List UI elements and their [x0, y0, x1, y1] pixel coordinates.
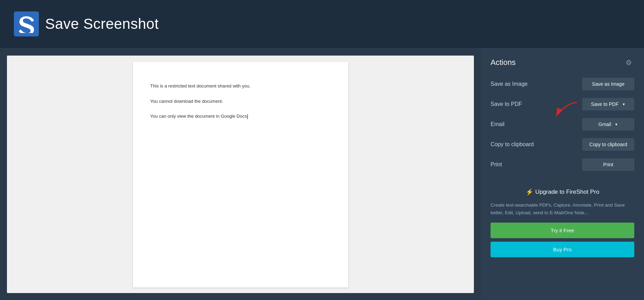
pdf-dropdown-arrow: ▼ — [622, 102, 626, 106]
actions-title: Actions — [491, 58, 516, 67]
print-label: Print — [491, 161, 502, 168]
save-as-image-row: Save as Image Save as Image — [491, 78, 634, 90]
save-to-pdf-label: Save to PDF — [491, 101, 522, 107]
doc-line-3: You can only view the document in Google… — [150, 113, 331, 120]
print-button[interactable]: Print — [582, 158, 634, 171]
main-content: This is a restricted text document share… — [0, 49, 644, 300]
upgrade-description: Create text-searchable PDFs, Capture, An… — [491, 201, 634, 216]
actions-panel: Actions ⚙ Save as Image Save as Image Sa… — [481, 49, 644, 300]
gear-icon: ⚙ — [626, 58, 632, 67]
app-logo-icon — [14, 11, 39, 36]
preview-area: This is a restricted text document share… — [0, 49, 481, 300]
print-row: Print Print — [491, 158, 634, 171]
header: Save Screenshot — [0, 0, 644, 49]
doc-line-1: This is a restricted text document share… — [150, 83, 331, 90]
copy-clipboard-row: Copy to clipboard Copy to clipboard — [491, 138, 634, 151]
doc-line-2: You cannot download the document. — [150, 98, 331, 105]
preview-frame: This is a restricted text document share… — [7, 56, 474, 293]
upgrade-section: ⚡ Upgrade to FireShot Pro Create text-se… — [491, 181, 634, 257]
email-row: Email Gmail ▼ — [491, 118, 634, 131]
copy-clipboard-button[interactable]: Copy to clipboard — [582, 138, 634, 151]
text-cursor — [247, 114, 248, 119]
settings-button[interactable]: ⚙ — [623, 57, 634, 68]
app-title: Save Screenshot — [45, 16, 159, 32]
try-free-button[interactable]: Try it Free — [491, 223, 634, 238]
actions-header: Actions ⚙ — [491, 57, 634, 68]
save-to-pdf-button[interactable]: Save to PDF ▼ — [582, 98, 634, 110]
buy-pro-button[interactable]: Buy Pro — [491, 242, 634, 257]
copy-clipboard-label: Copy to clipboard — [491, 141, 534, 148]
bolt-icon: ⚡ — [526, 188, 533, 196]
gmail-dropdown-arrow: ▼ — [614, 123, 618, 126]
save-as-image-label: Save as Image — [491, 81, 528, 87]
gmail-button[interactable]: Gmail ▼ — [582, 118, 634, 131]
save-to-pdf-row: Save to PDF Save to PDF ▼ — [491, 98, 634, 110]
email-label: Email — [491, 121, 504, 127]
document-container: This is a restricted text document share… — [133, 62, 348, 288]
upgrade-title-text: Upgrade to FireShot Pro — [535, 189, 599, 195]
upgrade-title: ⚡ Upgrade to FireShot Pro — [491, 188, 634, 196]
logo-container: Save Screenshot — [14, 11, 159, 36]
save-as-image-button[interactable]: Save as Image — [582, 78, 634, 90]
